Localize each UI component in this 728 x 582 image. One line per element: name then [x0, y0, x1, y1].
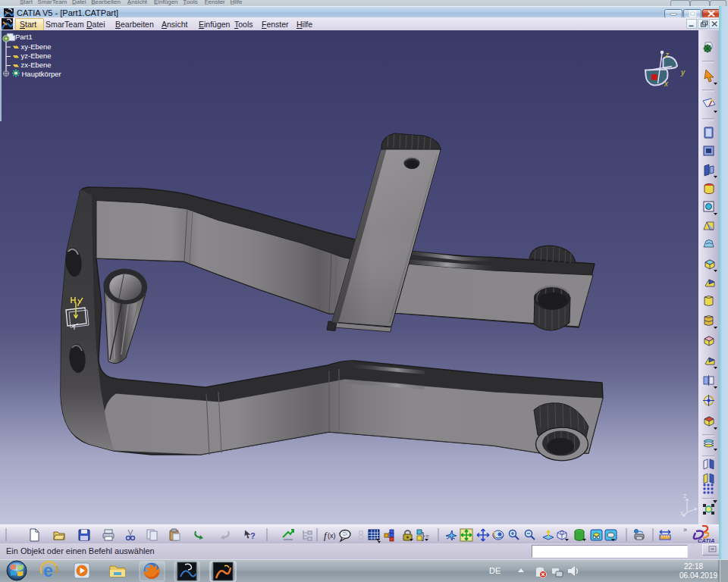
svg-text:}: } [422, 530, 425, 541]
svg-text:06.04.2019: 06.04.2019 [679, 571, 717, 580]
svg-text:DE: DE [489, 566, 500, 575]
svg-text:»: » [683, 526, 687, 534]
svg-text:Part1: Part1 [15, 33, 33, 41]
svg-text:22:18: 22:18 [684, 562, 703, 571]
svg-text:z: z [683, 492, 687, 499]
svg-text:Hauptkörper: Hauptkörper [22, 70, 61, 78]
svg-text:y: y [680, 68, 686, 77]
svg-text:x: x [664, 80, 669, 88]
svg-text:yz-Ebene: yz-Ebene [21, 52, 52, 60]
svg-text:(x): (x) [328, 532, 336, 540]
svg-text:xy-Ebene: xy-Ebene [21, 42, 52, 51]
svg-text:=: = [425, 533, 429, 540]
svg-text:?: ? [250, 531, 256, 540]
svg-text:z: z [664, 51, 669, 59]
svg-text:x: x [680, 509, 684, 517]
svg-text:zx-Ebene: zx-Ebene [21, 61, 52, 69]
